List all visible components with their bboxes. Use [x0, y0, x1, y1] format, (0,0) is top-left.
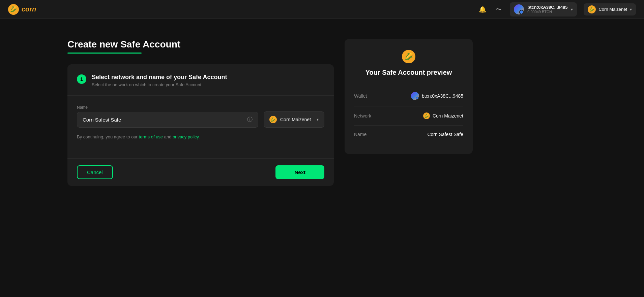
notification-button[interactable]: 🔔 — [477, 4, 488, 14]
corn-logo-icon: 🌽 — [8, 4, 19, 15]
name-input[interactable] — [83, 117, 244, 123]
wallet-info-button[interactable]: btcn:0xA38C...9485 0.00049 BTCN ▾ — [510, 2, 577, 16]
preview-wallet-avatar-icon — [411, 92, 419, 100]
preview-coin-icon: 🌽 — [402, 50, 415, 63]
brand-area: 🌽 corn — [8, 4, 36, 15]
right-panel: 🌽 Your Safe Account preview Wallet btcn:… — [345, 39, 473, 154]
network-selector-button[interactable]: 🌽 Corn Maizenet ▾ — [584, 3, 636, 15]
nav-right-actions: 🔔 〜 btcn:0xA38C...9485 0.00049 BTCN ▾ 🌽 … — [477, 2, 636, 16]
progress-bar — [67, 53, 142, 54]
next-button[interactable]: Next — [275, 165, 324, 179]
wallet-avatar-icon — [514, 4, 524, 14]
step-body: Name ⓘ 🌽 Corn Maizenet ▾ B — [67, 96, 334, 149]
network-dropdown-chevron-icon: ▾ — [317, 117, 319, 122]
step-number-badge: 1 — [77, 74, 86, 84]
left-panel: Create new Safe Account 1 Select network… — [67, 39, 334, 186]
preview-details: Wallet btcn:0xA38C...9485 Network 🌽 Corn… — [354, 86, 463, 143]
preview-card: 🌽 Your Safe Account preview Wallet btcn:… — [345, 39, 473, 154]
preview-title: Your Safe Account preview — [354, 69, 463, 76]
network-coin-icon: 🌽 — [588, 5, 596, 13]
terms-prefix: By continuing, you agree to our — [77, 134, 139, 139]
network-chevron-icon: ▾ — [630, 7, 632, 12]
main-content: Create new Safe Account 1 Select network… — [0, 19, 644, 206]
page-title: Create new Safe Account — [67, 39, 334, 50]
preview-wallet-row: Wallet btcn:0xA38C...9485 — [354, 86, 463, 106]
preview-wallet-address: btcn:0xA38C...9485 — [422, 93, 463, 99]
network-dropdown-label: Corn Maizenet — [280, 117, 311, 122]
step-subtitle: Select the network on which to create yo… — [92, 82, 227, 87]
preview-network-name: Corn Maizenet — [433, 113, 463, 119]
form-row: Name ⓘ 🌽 Corn Maizenet ▾ — [77, 105, 324, 128]
preview-name-key: Name — [354, 132, 367, 137]
preview-network-key: Network — [354, 113, 371, 119]
wallet-balance: 0.00049 BTCN — [527, 10, 567, 14]
step-header: 1 Select network and name of your Safe A… — [67, 64, 334, 95]
wallet-chevron-icon: ▾ — [571, 7, 573, 12]
name-label: Name — [77, 105, 258, 110]
step-title-group: Select network and name of your Safe Acc… — [92, 74, 227, 87]
preview-safe-name: Corn Safest Safe — [427, 132, 463, 137]
step-footer: Cancel Next — [67, 159, 334, 186]
terms-suffix: . — [199, 134, 200, 139]
cancel-button[interactable]: Cancel — [77, 165, 113, 179]
terms-middle: and — [163, 134, 173, 139]
top-navigation: 🌽 corn 🔔 〜 btcn:0xA38C...9485 0.00049 BT… — [0, 0, 644, 19]
network-dropdown-button[interactable]: 🌽 Corn Maizenet ▾ — [264, 111, 324, 128]
step-card: 1 Select network and name of your Safe A… — [67, 64, 334, 186]
wallet-text-group: btcn:0xA38C...9485 0.00049 BTCN — [527, 5, 567, 14]
preview-network-value: 🌽 Corn Maizenet — [423, 112, 463, 119]
wallet-address: btcn:0xA38C...9485 — [527, 5, 567, 10]
terms-of-use-link[interactable]: terms of use — [139, 134, 163, 139]
network-name-label: Corn Maizenet — [598, 7, 627, 12]
preview-network-coin-icon: 🌽 — [423, 112, 430, 119]
preview-name-value: Corn Safest Safe — [427, 132, 463, 137]
name-field-wrapper: Name ⓘ — [77, 105, 258, 128]
activity-button[interactable]: 〜 — [494, 4, 503, 15]
info-icon[interactable]: ⓘ — [247, 116, 253, 123]
privacy-policy-link[interactable]: privacy policy — [173, 134, 199, 139]
name-input-container: ⓘ — [77, 112, 258, 128]
terms-text: By continuing, you agree to our terms of… — [77, 134, 324, 139]
preview-name-row: Name Corn Safest Safe — [354, 126, 463, 143]
preview-network-row: Network 🌽 Corn Maizenet — [354, 106, 463, 126]
brand-name: corn — [22, 5, 36, 13]
step-title: Select network and name of your Safe Acc… — [92, 74, 227, 81]
page-title-section: Create new Safe Account — [67, 39, 334, 54]
network-dropdown-coin-icon: 🌽 — [269, 116, 277, 123]
preview-wallet-key: Wallet — [354, 93, 367, 99]
preview-wallet-value: btcn:0xA38C...9485 — [411, 92, 463, 100]
